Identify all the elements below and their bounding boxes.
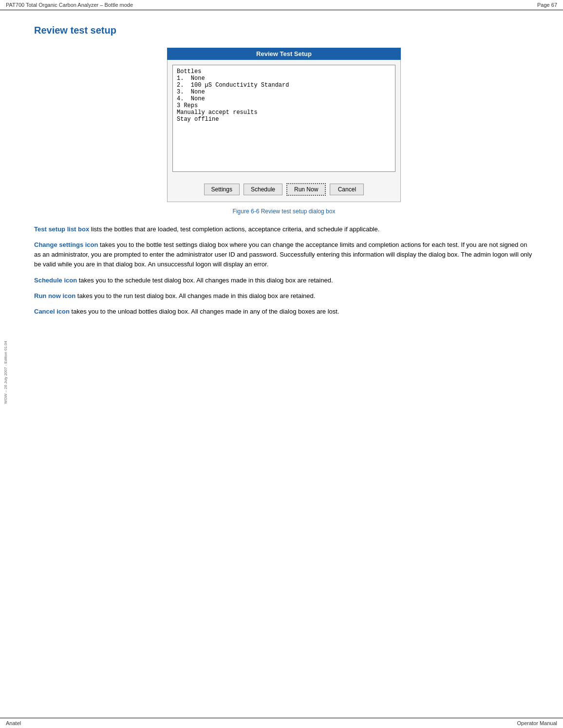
schedule-button[interactable]: Schedule (244, 184, 282, 195)
run-now-button[interactable]: Run Now (286, 183, 326, 196)
term-0: Test setup list box (34, 225, 89, 233)
dialog-body: Settings Schedule Run Now Cancel (167, 60, 401, 202)
paragraph-1: Change settings icon takes you to the bo… (34, 240, 534, 269)
page-footer: Anatel Operator Manual (0, 718, 563, 728)
term-4: Cancel icon (34, 308, 70, 315)
cancel-button[interactable]: Cancel (330, 184, 364, 195)
paragraph-0: Test setup list box lists the bottles th… (34, 224, 534, 234)
term-3: Run now icon (34, 292, 75, 299)
dialog-titlebar: Review Test Setup (167, 48, 401, 60)
dialog-container: Review Test Setup Settings Schedule Run … (34, 48, 534, 202)
figure-caption: Figure 6-6 Review test setup dialog box (34, 208, 534, 215)
dialog-textarea[interactable] (172, 65, 395, 172)
footer-right: Operator Manual (517, 720, 557, 726)
term-2: Schedule icon (34, 277, 77, 284)
paragraph-3: Run now icon takes you to the run test d… (34, 291, 534, 301)
section-heading: Review test setup (34, 25, 534, 36)
paragraph-4: Cancel icon takes you to the unload bott… (34, 307, 534, 317)
dialog-buttons: Settings Schedule Run Now Cancel (168, 178, 400, 202)
main-content: Review test setup Review Test Setup Sett… (0, 10, 563, 337)
watermark: WGW – 26 July 2007 - Edition 01.04 (4, 341, 8, 404)
header-right: Page 67 (537, 2, 557, 8)
header-left: PAT700 Total Organic Carbon Analyzer – B… (6, 2, 133, 8)
footer-left: Anatel (6, 720, 21, 726)
paragraph-2: Schedule icon takes you to the schedule … (34, 276, 534, 285)
body-paragraphs: Test setup list box lists the bottles th… (34, 224, 534, 317)
page-header: PAT700 Total Organic Carbon Analyzer – B… (0, 0, 563, 10)
settings-button[interactable]: Settings (204, 184, 240, 195)
term-1: Change settings icon (34, 241, 98, 248)
